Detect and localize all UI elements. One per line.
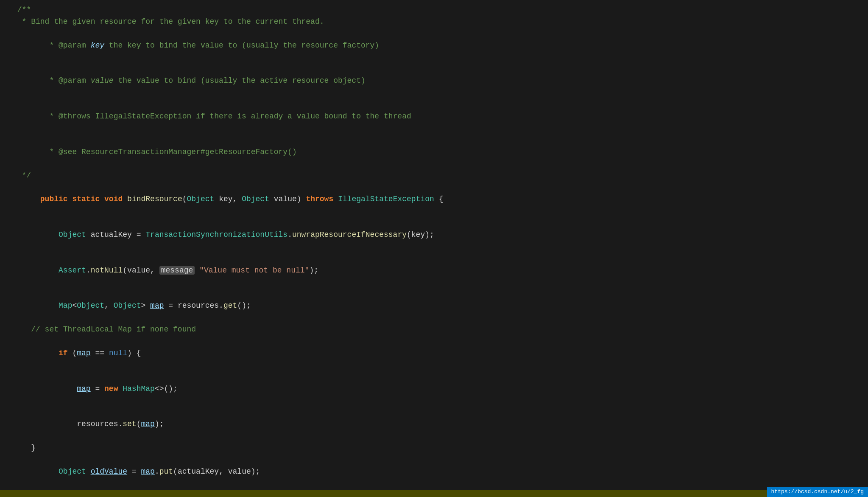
status-bar: https://bcsd.csdn.net/u/2_fg: [767, 487, 868, 497]
line-12: // set ThreadLocal Map if none found: [0, 324, 868, 336]
line-6: * @see ResourceTransactionManager#getRes…: [0, 135, 868, 170]
line-8: public static void bindResource(Object k…: [0, 182, 868, 217]
line-3: * @param key the key to bind the value t…: [0, 28, 868, 64]
line-9: Object actualKey = TransactionSynchroniz…: [0, 217, 868, 253]
status-bar-text: https://bcsd.csdn.net/u/2_fg: [771, 489, 864, 495]
line-17: Object oldValue = map.put(actualKey, val…: [0, 454, 868, 490]
code-editor: /** * Bind the given resource for the gi…: [0, 0, 868, 497]
line-13: if (map == null) {: [0, 336, 868, 371]
line-2: * Bind the given resource for the given …: [0, 16, 868, 28]
line-14: map = new HashMap<>();: [0, 371, 868, 407]
line-7: */: [0, 170, 868, 182]
line-1: /**: [0, 4, 868, 16]
line-10: Assert.notNull(value, message "Value mus…: [0, 253, 868, 289]
line-16: }: [0, 442, 868, 454]
line-18: // Transparently suppress a ResourceHold…: [0, 490, 868, 497]
line-4: * @param value the value to bind (usuall…: [0, 63, 868, 99]
line-15: resources.set(map);: [0, 407, 868, 442]
line-11: Map<Object, Object> map = resources.get(…: [0, 288, 868, 324]
line-5: * @throws IllegalStateException if there…: [0, 99, 868, 135]
